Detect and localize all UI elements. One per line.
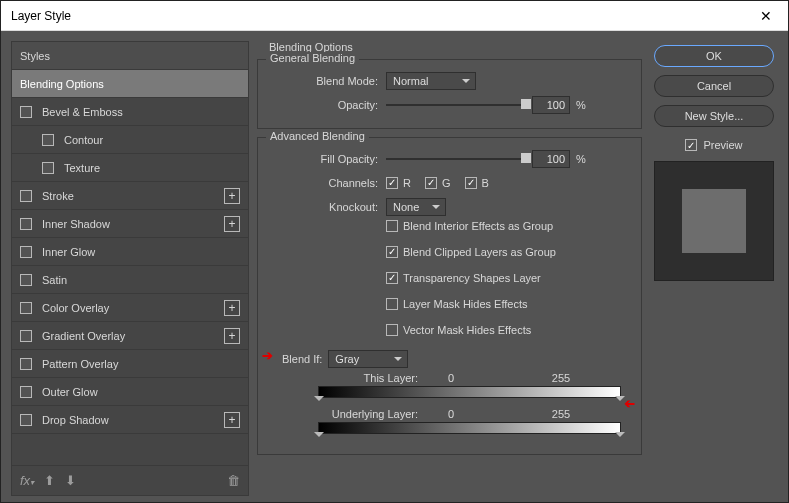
blend-interior-checkbox[interactable]: Blend Interior Effects as Group [386, 220, 631, 232]
preview-swatch [682, 189, 746, 253]
sidebar-item-gradient-overlay[interactable]: Gradient Overlay+ [12, 322, 248, 350]
underlying-high: 255 [536, 408, 586, 420]
knockout-select[interactable]: None [386, 198, 446, 216]
plus-icon[interactable]: + [224, 216, 240, 232]
underlying-low: 0 [426, 408, 476, 420]
checkbox-icon[interactable] [20, 190, 32, 202]
annotation-arrow-icon: ➔ [624, 396, 635, 411]
opacity-slider[interactable] [386, 98, 526, 112]
window-title: Layer Style [11, 9, 71, 23]
sidebar-item-color-overlay[interactable]: Color Overlay+ [12, 294, 248, 322]
titlebar: Layer Style ✕ [1, 1, 788, 31]
annotation-arrow-icon: ➔ [262, 348, 273, 363]
move-up-icon[interactable]: ⬆ [44, 473, 55, 488]
percent-label: % [576, 99, 586, 111]
plus-icon[interactable]: + [224, 188, 240, 204]
transparency-shapes-checkbox[interactable]: Transparency Shapes Layer [386, 272, 631, 284]
close-button[interactable]: ✕ [743, 1, 788, 31]
new-style-button[interactable]: New Style... [654, 105, 774, 127]
layer-mask-hides-checkbox[interactable]: Layer Mask Hides Effects [386, 298, 631, 310]
knockout-label: Knockout: [268, 201, 378, 213]
checkbox-icon[interactable] [20, 246, 32, 258]
sidebar-item-bevel-emboss[interactable]: Bevel & Emboss [12, 98, 248, 126]
ok-button[interactable]: OK [654, 45, 774, 67]
checkbox-icon[interactable] [42, 134, 54, 146]
sidebar-item-satin[interactable]: Satin [12, 266, 248, 294]
sidebar-item-inner-glow[interactable]: Inner Glow [12, 238, 248, 266]
sidebar-item-inner-shadow[interactable]: Inner Shadow+ [12, 210, 248, 238]
styles-sidebar: Styles Blending Options Bevel & Emboss C… [11, 41, 249, 496]
blend-clipped-checkbox[interactable]: Blend Clipped Layers as Group [386, 246, 631, 258]
preview-thumbnail [654, 161, 774, 281]
channel-b-checkbox[interactable]: B [465, 177, 489, 189]
fx-menu-icon[interactable]: fx▾ [20, 473, 34, 488]
checkbox-icon[interactable] [20, 218, 32, 230]
sidebar-item-blending-options[interactable]: Blending Options [12, 70, 248, 98]
checkbox-icon[interactable] [20, 302, 32, 314]
blend-if-select[interactable]: Gray [328, 350, 408, 368]
checkbox-icon[interactable] [42, 162, 54, 174]
general-legend: General Blending [266, 52, 359, 64]
slider-handle-icon[interactable] [314, 396, 324, 406]
general-blending-group: General Blending Blend Mode: Normal Opac… [257, 59, 642, 129]
move-down-icon[interactable]: ⬇ [65, 473, 76, 488]
dialog-buttons: OK Cancel New Style... Preview [650, 41, 778, 496]
checkbox-icon[interactable] [20, 386, 32, 398]
sidebar-footer: fx▾ ⬆ ⬇ 🗑 [12, 465, 248, 495]
fill-opacity-label: Fill Opacity: [268, 153, 378, 165]
channel-r-checkbox[interactable]: R [386, 177, 411, 189]
sidebar-item-drop-shadow[interactable]: Drop Shadow+ [12, 406, 248, 434]
sidebar-item-stroke[interactable]: Stroke+ [12, 182, 248, 210]
preview-checkbox[interactable]: Preview [685, 139, 742, 151]
advanced-blending-group: Advanced Blending Fill Opacity: 100 % Ch… [257, 137, 642, 455]
slider-handle-icon[interactable] [615, 432, 625, 442]
checkbox-icon[interactable] [20, 330, 32, 342]
sidebar-item-pattern-overlay[interactable]: Pattern Overlay [12, 350, 248, 378]
blend-mode-label: Blend Mode: [268, 75, 378, 87]
this-layer-gradient[interactable] [318, 386, 621, 398]
plus-icon[interactable]: + [224, 328, 240, 344]
cancel-button[interactable]: Cancel [654, 75, 774, 97]
fill-opacity-input[interactable]: 100 [532, 150, 570, 168]
fill-opacity-slider[interactable] [386, 152, 526, 166]
opacity-label: Opacity: [268, 99, 378, 111]
checkbox-icon[interactable] [20, 358, 32, 370]
plus-icon[interactable]: + [224, 412, 240, 428]
trash-icon[interactable]: 🗑 [227, 473, 240, 488]
this-layer-high: 255 [536, 372, 586, 384]
this-layer-low: 0 [426, 372, 476, 384]
sidebar-item-contour[interactable]: Contour [12, 126, 248, 154]
channel-g-checkbox[interactable]: G [425, 177, 451, 189]
styles-header[interactable]: Styles [12, 42, 248, 70]
options-panel: Blending Options General Blending Blend … [257, 41, 642, 496]
checkbox-icon[interactable] [20, 106, 32, 118]
underlying-layer-gradient[interactable] [318, 422, 621, 434]
sidebar-item-texture[interactable]: Texture [12, 154, 248, 182]
this-layer-label: This Layer: [308, 372, 418, 384]
slider-handle-icon[interactable] [314, 432, 324, 442]
advanced-legend: Advanced Blending [266, 130, 369, 142]
percent-label: % [576, 153, 586, 165]
vector-mask-hides-checkbox[interactable]: Vector Mask Hides Effects [386, 324, 631, 336]
blend-mode-select[interactable]: Normal [386, 72, 476, 90]
checkbox-icon[interactable] [20, 274, 32, 286]
layer-style-dialog: Layer Style ✕ Styles Blending Options Be… [0, 0, 789, 503]
opacity-input[interactable]: 100 [532, 96, 570, 114]
underlying-layer-label: Underlying Layer: [308, 408, 418, 420]
blend-if-label: Blend If: [282, 353, 322, 365]
plus-icon[interactable]: + [224, 300, 240, 316]
checkbox-icon[interactable] [20, 414, 32, 426]
sidebar-item-outer-glow[interactable]: Outer Glow [12, 378, 248, 406]
channels-label: Channels: [268, 177, 378, 189]
